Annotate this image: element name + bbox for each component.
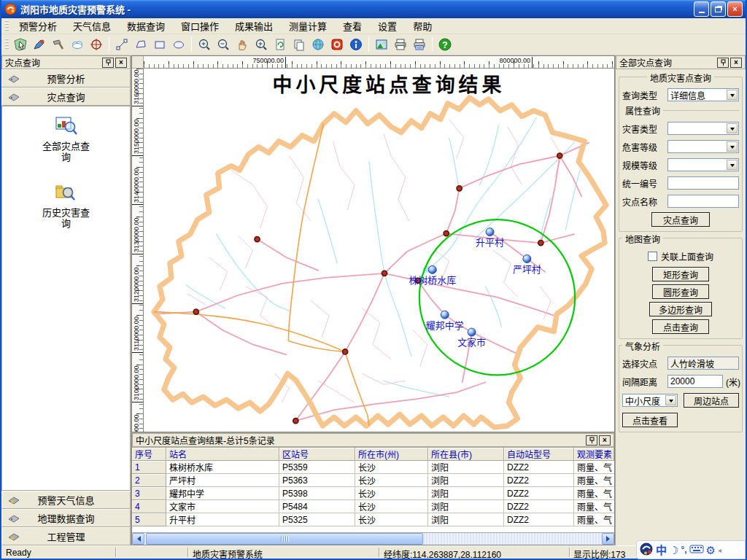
zoom-in-icon[interactable] bbox=[196, 36, 213, 53]
table-row[interactable]: 3 耀邦中学 P5398 长沙 浏阳 DZZ2 雨量、气 bbox=[132, 487, 614, 500]
ime-punctuation-icon[interactable]: °, bbox=[681, 545, 686, 555]
chevron-down-icon[interactable] bbox=[727, 160, 738, 170]
scroll-thumb[interactable] bbox=[146, 533, 423, 545]
cloud-tool-icon[interactable] bbox=[69, 36, 86, 53]
column-header[interactable]: 区站号 bbox=[279, 448, 355, 461]
click-view-button[interactable]: 点击查看 bbox=[622, 413, 678, 427]
close-button[interactable]: × bbox=[727, 1, 743, 17]
pin-icon[interactable] bbox=[102, 58, 114, 68]
table-row[interactable]: 2 严坪村 P5363 长沙 浏阳 DZZ2 雨量、气 bbox=[132, 474, 614, 487]
target-tool-icon[interactable] bbox=[88, 36, 105, 53]
hazard-level-combobox[interactable] bbox=[667, 140, 739, 153]
pin-icon[interactable] bbox=[717, 58, 729, 68]
menu-item[interactable]: 设置 bbox=[372, 18, 403, 34]
horizontal-scrollbar[interactable] bbox=[132, 532, 614, 545]
table-row[interactable]: 1 株树桥水库 P5359 长沙 浏阳 DZZ2 雨量、气 bbox=[132, 461, 614, 474]
disaster-query-button[interactable]: 灾点查询 bbox=[651, 212, 710, 227]
print-icon[interactable] bbox=[392, 36, 409, 53]
select-point-input[interactable]: 人竹岭滑坡 bbox=[667, 357, 739, 370]
table-row[interactable]: 4 文家市 P5484 长沙 浏阳 DZZ2 雨量、气 bbox=[132, 500, 614, 513]
pin-icon[interactable] bbox=[586, 435, 597, 446]
polygon-tool-icon[interactable] bbox=[132, 36, 150, 53]
scroll-track[interactable] bbox=[144, 533, 602, 545]
tray-collapse-icon[interactable]: ◂ bbox=[718, 546, 721, 554]
pan-hand-icon[interactable] bbox=[233, 36, 251, 53]
copy-view-icon[interactable] bbox=[290, 36, 308, 53]
chevron-down-icon[interactable] bbox=[727, 90, 738, 100]
refresh-view-icon[interactable] bbox=[271, 36, 289, 53]
circle-query-button[interactable]: 圆形查询 bbox=[652, 284, 709, 299]
chevron-down-icon[interactable] bbox=[665, 395, 676, 405]
chevron-down-icon[interactable] bbox=[727, 123, 738, 133]
minimize-button[interactable] bbox=[694, 1, 709, 17]
column-header[interactable]: 序号 bbox=[132, 448, 166, 461]
zoom-out-icon[interactable] bbox=[214, 36, 232, 53]
ime-sogou-icon[interactable] bbox=[639, 542, 654, 559]
scale-combobox[interactable]: 中小尺度 bbox=[622, 394, 678, 407]
line-tool-icon[interactable] bbox=[113, 36, 131, 53]
chevron-down-icon[interactable] bbox=[727, 141, 738, 152]
ime-settings-gear-icon[interactable]: ⚙ bbox=[706, 545, 716, 556]
close-icon[interactable]: × bbox=[730, 58, 742, 68]
click-query-button[interactable]: 点击查询 bbox=[652, 319, 709, 334]
print-preview-icon[interactable] bbox=[411, 36, 428, 53]
column-header[interactable]: 所在县(市) bbox=[428, 448, 504, 461]
link-above-checkbox[interactable] bbox=[648, 252, 657, 261]
table-row[interactable]: 5 升平村 P5325 长沙 浏阳 DZZ2 雨量、气 bbox=[132, 513, 614, 526]
menu-item[interactable]: 窗口操作 bbox=[175, 18, 225, 34]
map-select-icon[interactable] bbox=[12, 36, 29, 53]
distance-input[interactable]: 20000 bbox=[667, 375, 723, 388]
ime-keyboard-icon[interactable] bbox=[689, 544, 704, 556]
record-icon[interactable] bbox=[328, 36, 346, 53]
sidebar-section-project-management[interactable]: 工程管理 bbox=[1, 527, 131, 545]
column-header[interactable]: 所在市(州) bbox=[355, 448, 428, 461]
sidebar-section-disaster-query[interactable]: 灾点查询 bbox=[1, 88, 131, 106]
menu-item[interactable]: 成果输出 bbox=[229, 18, 279, 34]
query-type-combobox[interactable]: 详细信息 bbox=[667, 88, 739, 101]
scroll-left-button[interactable] bbox=[132, 533, 144, 545]
pin-tool-icon[interactable] bbox=[31, 36, 48, 53]
sidebar-item-all-disaster-query[interactable]: 全部灾点查询 bbox=[2, 115, 130, 163]
station-marker[interactable]: 株树桥水库 bbox=[409, 265, 456, 285]
export-image-icon[interactable] bbox=[373, 36, 390, 53]
nearby-stations-button[interactable]: 周边站点 bbox=[684, 393, 739, 408]
zoom-window-icon[interactable] bbox=[252, 36, 270, 53]
ime-language-icon[interactable]: 中 bbox=[656, 545, 667, 556]
sidebar-item-history-disaster-query[interactable]: 历史灾害查询 bbox=[2, 182, 130, 229]
rectangle-tool-icon[interactable] bbox=[151, 36, 169, 53]
sidebar-section-warning-analysis[interactable]: 预警分析 bbox=[1, 69, 131, 88]
restore-button[interactable] bbox=[711, 1, 726, 17]
point-name-input[interactable] bbox=[667, 195, 739, 208]
ellipse-tool-icon[interactable] bbox=[170, 36, 187, 53]
close-icon[interactable]: × bbox=[115, 58, 127, 68]
station-marker[interactable]: 严坪村 bbox=[513, 254, 541, 274]
scroll-right-button[interactable] bbox=[602, 533, 614, 545]
rectangle-query-button[interactable]: 矩形查询 bbox=[652, 267, 709, 281]
disaster-type-combobox[interactable] bbox=[667, 122, 739, 135]
column-header[interactable]: 观测要素 bbox=[574, 448, 614, 461]
polygon-query-button[interactable]: 多边形查询 bbox=[649, 302, 712, 316]
menu-item[interactable]: 数据查询 bbox=[121, 18, 171, 34]
menu-item[interactable]: 查看 bbox=[337, 18, 368, 34]
map-canvas[interactable]: 中小尺度站点查询结果 升平村严坪村株树桥水库耀邦中学文家市 bbox=[144, 69, 614, 432]
station-marker[interactable]: 耀邦中学 bbox=[426, 311, 464, 330]
ime-moon-icon[interactable]: ☽ bbox=[669, 545, 678, 556]
column-header[interactable]: 自动站型号 bbox=[504, 448, 574, 461]
scale-level-combobox[interactable] bbox=[667, 158, 739, 171]
menu-item[interactable]: 预警分析 bbox=[13, 18, 63, 34]
help-icon[interactable]: ? bbox=[436, 36, 454, 53]
group-disaster-point-query: 地质灾害点查询 查询类型 详细信息 属性查询 灾害类型 bbox=[619, 77, 743, 232]
sidebar-section-geo-data-query[interactable]: 地理数据查询 bbox=[1, 509, 131, 527]
menu-item[interactable]: 天气信息 bbox=[67, 18, 117, 34]
menu-item[interactable]: 帮助 bbox=[407, 18, 438, 34]
menu-item[interactable]: 测量计算 bbox=[283, 18, 333, 34]
column-header[interactable]: 站名 bbox=[166, 448, 279, 461]
station-marker[interactable]: 升平村 bbox=[476, 228, 504, 248]
globe-icon[interactable] bbox=[309, 36, 327, 53]
station-marker[interactable]: 文家市 bbox=[457, 328, 486, 348]
sidebar-section-weather-info[interactable]: 预警天气信息 bbox=[1, 491, 131, 509]
close-icon[interactable]: × bbox=[599, 435, 611, 446]
info-icon[interactable] bbox=[347, 36, 365, 53]
unified-id-input[interactable] bbox=[667, 176, 739, 190]
hammer-tool-icon[interactable] bbox=[50, 36, 67, 53]
